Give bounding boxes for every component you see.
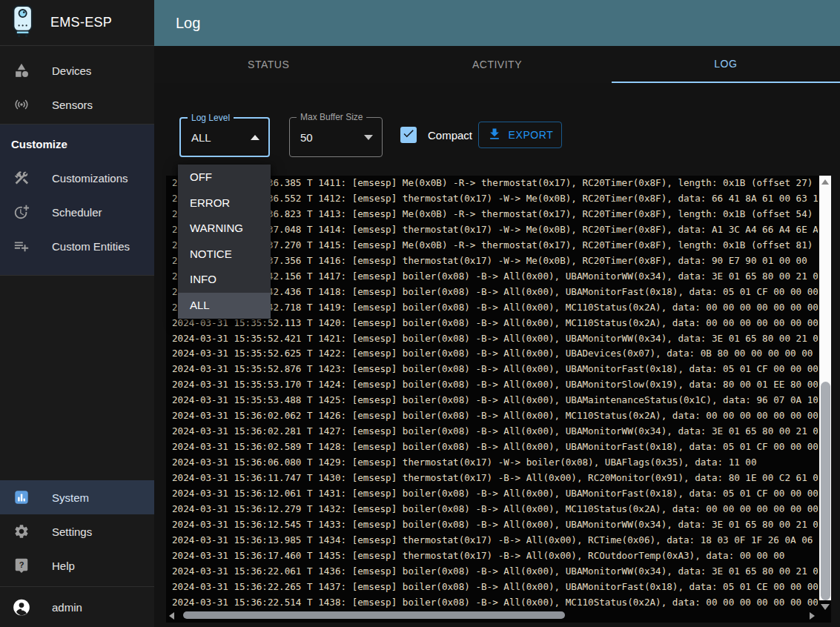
- ems-esp-app: EMS-ESP Devices Sensors Customize: [0, 0, 840, 627]
- appbar: Log: [154, 0, 840, 46]
- log-line: 2024-03-31 15:35:52.421 T 1421: [emsesp]…: [172, 331, 818, 347]
- sidebar-item-system[interactable]: System: [0, 480, 154, 514]
- boiler-logo-icon: [9, 4, 39, 42]
- scheduler-clock-plus-icon: [12, 203, 31, 221]
- sensors-icon: [12, 96, 31, 113]
- log-level-select-value: ALL: [191, 119, 211, 156]
- sidebar-item-devices[interactable]: Devices: [0, 53, 154, 87]
- vertical-scrollbar-thumb[interactable]: [821, 382, 830, 600]
- user-menu-button[interactable]: admin: [0, 587, 154, 627]
- caret-down-icon: [364, 135, 373, 140]
- sidebar-customize-nav: Customizations Scheduler Custom Entities: [0, 161, 154, 263]
- custom-entities-playlist-icon: [12, 237, 31, 255]
- sidebar-main-nav: Devices Sensors: [0, 53, 154, 122]
- sidebar: EMS-ESP Devices Sensors Customize: [0, 0, 154, 627]
- log-line: 2024-03-31 15:36:02.281 T 1427: [emsesp]…: [172, 424, 818, 439]
- caret-up-icon: [251, 135, 259, 140]
- log-level-option-warning[interactable]: WARNING: [178, 216, 271, 242]
- horizontal-scrollbar[interactable]: [166, 611, 831, 621]
- log-line: 2024-03-31 15:36:11.747 T 1430: [emsesp]…: [172, 471, 818, 486]
- tab-activity[interactable]: ACTIVITY: [383, 46, 611, 83]
- horizontal-scrollbar-thumb[interactable]: [183, 611, 565, 619]
- svg-text:?: ?: [19, 560, 24, 569]
- sidebar-item-scheduler[interactable]: Scheduler: [0, 195, 154, 229]
- export-button[interactable]: EXPORT: [478, 122, 562, 148]
- log-line: 2024-03-31 15:35:53.170 T 1424: [emsesp]…: [172, 377, 818, 393]
- log-line: 2024-03-31 15:36:22.061 T 1436: [emsesp]…: [172, 564, 818, 580]
- sidebar-item-settings[interactable]: Settings: [0, 514, 154, 548]
- log-line: 2024-03-31 15:35:53.488 T 1425: [emsesp]…: [172, 393, 818, 408]
- compact-control: Compact: [400, 125, 472, 145]
- sidebar-item-sensors[interactable]: Sensors: [0, 87, 154, 122]
- tab-status[interactable]: STATUS: [154, 46, 383, 83]
- app-header: EMS-ESP: [0, 0, 154, 46]
- page-title: Log: [154, 15, 200, 32]
- log-level-option-notice[interactable]: NOTICE: [178, 242, 271, 268]
- system-analytics-icon: [12, 488, 31, 506]
- download-icon: [487, 127, 502, 144]
- log-line: 2024-03-31 15:36:02.062 T 1426: [emsesp]…: [172, 408, 818, 424]
- max-buffer-size-select[interactable]: Max Buffer Size 50: [289, 117, 383, 157]
- sidebar-bottom-nav: System Settings ? Help: [0, 480, 154, 583]
- scroll-down-arrow-icon[interactable]: [821, 604, 830, 610]
- log-line: 2024-03-31 15:36:12.061 T 1431: [emsesp]…: [172, 486, 818, 502]
- log-level-option-all[interactable]: ALL: [178, 293, 271, 319]
- user-row: admin: [0, 586, 154, 627]
- log-line: 2024-03-31 15:36:12.279 T 1432: [emsesp]…: [172, 502, 818, 517]
- log-line: 2024-03-31 15:36:06.080 T 1429: [emsesp]…: [172, 455, 818, 471]
- customize-section: Customize Customizations Scheduler: [0, 124, 154, 276]
- scroll-up-arrow-icon[interactable]: [821, 179, 829, 185]
- log-level-select[interactable]: Log Level ALL: [179, 117, 270, 157]
- log-line: 2024-03-31 15:36:02.589 T 1428: [emsesp]…: [172, 439, 818, 455]
- compact-checkbox[interactable]: [400, 127, 417, 143]
- sidebar-item-customizations[interactable]: Customizations: [0, 161, 154, 195]
- log-line: 2024-03-31 15:36:17.460 T 1435: [emsesp]…: [172, 548, 818, 564]
- customizations-tools-icon: [12, 169, 31, 187]
- account-icon: [12, 599, 31, 617]
- sidebar-item-custom-entities[interactable]: Custom Entities: [0, 229, 154, 263]
- vertical-scrollbar[interactable]: [819, 176, 831, 600]
- scroll-left-arrow-icon[interactable]: [169, 612, 174, 620]
- log-line: 2024-03-31 15:36:22.514 T 1438: [emsesp]…: [172, 595, 818, 611]
- max-buffer-size-select-value: 50: [300, 118, 313, 156]
- help-bubble-icon: ?: [12, 557, 31, 574]
- compact-checkbox-label: Compact: [428, 129, 472, 142]
- log-line: 2024-03-31 15:35:52.876 T 1423: [emsesp]…: [172, 362, 818, 377]
- app-title: EMS-ESP: [50, 15, 112, 30]
- settings-gear-icon: [12, 522, 31, 540]
- sidebar-item-help[interactable]: ? Help: [0, 548, 154, 583]
- check-icon: [402, 127, 415, 143]
- log-level-option-error[interactable]: ERROR: [178, 190, 271, 216]
- log-level-menu: OFF ERROR WARNING NOTICE INFO ALL: [178, 165, 271, 319]
- log-line: 2024-03-31 15:36:22.265 T 1437: [emsesp]…: [172, 580, 818, 595]
- log-line: 2024-03-31 15:36:13.985 T 1434: [emsesp]…: [172, 533, 818, 548]
- tabbar: STATUS ACTIVITY LOG: [154, 46, 840, 83]
- tab-log[interactable]: LOG: [612, 46, 840, 83]
- log-line: 2024-03-31 15:36:12.545 T 1433: [emsesp]…: [172, 517, 818, 533]
- log-level-option-off[interactable]: OFF: [178, 165, 271, 190]
- customize-section-header: Customize: [0, 125, 154, 161]
- devices-category-icon: [12, 62, 31, 79]
- log-line: 2024-03-31 15:35:52.625 T 1422: [emsesp]…: [172, 346, 818, 362]
- log-level-option-info[interactable]: INFO: [178, 267, 271, 293]
- user-name: admin: [52, 601, 82, 614]
- scroll-right-arrow-icon[interactable]: [810, 612, 815, 620]
